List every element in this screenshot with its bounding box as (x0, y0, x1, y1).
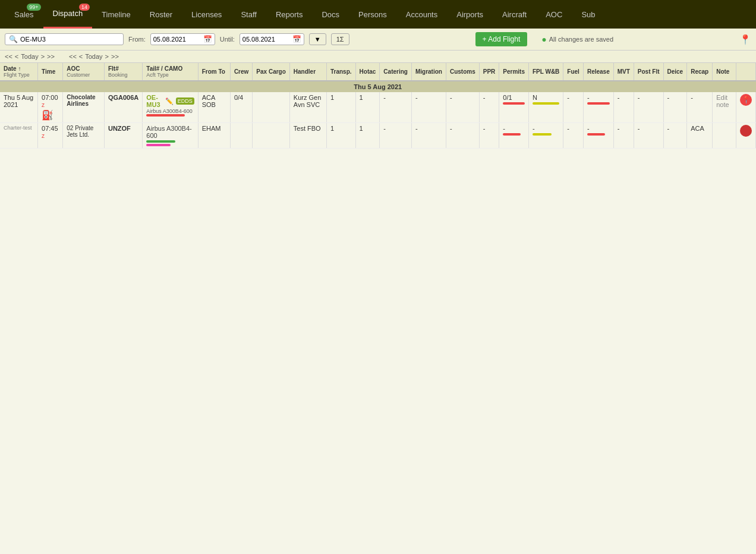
nav-persons[interactable]: Persons (349, 0, 396, 29)
nav2-next[interactable]: > (41, 53, 45, 60)
flight1-tail-text: OE-MU3 (146, 94, 162, 108)
table-row: Thu 5 Aug 2021 07:00 z ⛽ Chocolate Airli… (0, 92, 756, 123)
from-calendar-icon[interactable]: 📅 (203, 35, 212, 43)
flight2-pin-col (736, 123, 756, 149)
flight1-edit-icon[interactable]: ✏️ (165, 97, 174, 105)
flight2-flight-type: Charter-test (4, 125, 34, 131)
saved-status: ● All changes are saved (541, 34, 613, 44)
nav-dispatch[interactable]: Dispatch 14 (43, 0, 93, 29)
flight1-tail: OE-MU3 ✏️ EDDS Airbus A300B4-600 (143, 92, 198, 123)
flight2-crew (230, 123, 252, 149)
nav2r-next[interactable]: > (105, 53, 109, 60)
flight2-fuel: - (563, 123, 584, 149)
until-calendar-icon[interactable]: 📅 (292, 35, 301, 43)
flight2-tail-text: Airbus A300B4-600 (146, 125, 194, 139)
col-ppr: PPR (479, 63, 499, 81)
until-date-field[interactable] (242, 36, 290, 43)
nav2r-prev[interactable]: < (79, 53, 83, 60)
nav2-prev[interactable]: < (15, 53, 18, 60)
flight1-ppr: - (479, 92, 499, 123)
nav2-prev-prev[interactable]: << (5, 53, 12, 60)
filter-button[interactable]: ▼ (309, 33, 326, 45)
nav-aircraft[interactable]: Aircraft (493, 0, 536, 29)
nav-roster[interactable]: Roster (140, 0, 182, 29)
flight2-flt: UNZOF (104, 123, 142, 149)
col-fpl: FPL W&B (528, 63, 563, 81)
flight2-date: Charter-test (0, 123, 38, 149)
flight2-ppr: - (479, 123, 499, 149)
search-icon: 🔍 (9, 35, 18, 43)
flight1-release-bar (587, 102, 610, 105)
flight2-bar-green (146, 140, 175, 143)
flight1-mvt: - (613, 92, 634, 123)
nav-airports[interactable]: Airports (447, 0, 493, 29)
col-aoc: AOCCustomer (63, 63, 105, 81)
day-separator-row: Thu 5 Aug 2021 (0, 81, 756, 92)
col-hotac: Hotac (355, 63, 380, 81)
flight1-customs: - (446, 92, 479, 123)
flights-table: Date ↑Flight Type Time AOCCustomer Flt#B… (0, 63, 756, 149)
col-handler: Handler (289, 63, 326, 81)
flight1-edit-note-link[interactable]: Edit note (716, 94, 729, 108)
flight2-permits-bar (503, 133, 520, 136)
toolbar: 🔍 From: 📅 Until: 📅 ▼ 1Σ + Add Flight ● A… (0, 29, 756, 51)
search-input[interactable] (20, 36, 119, 43)
nav2r-prev-prev[interactable]: << (69, 53, 77, 60)
left-date-nav: << < Today > >> (5, 53, 55, 60)
flight1-date-text: Thu 5 Aug 2021 (4, 94, 34, 108)
nav-sub[interactable]: Sub (572, 0, 604, 29)
nav-timeline[interactable]: Timeline (92, 0, 140, 29)
add-flight-button[interactable]: + Add Flight (475, 32, 528, 46)
col-date[interactable]: Date ↑Flight Type (0, 63, 38, 81)
col-deice: Deice (663, 63, 687, 81)
flight1-handler: Kurz Gen Avn SVC (289, 92, 326, 123)
flight1-hotac: 1 (355, 92, 380, 123)
flight1-transp: 1 (326, 92, 355, 123)
col-postflt: Post Flt (634, 63, 663, 81)
from-date-input[interactable]: 📅 (150, 33, 215, 45)
nav-reports[interactable]: Reports (266, 0, 313, 29)
nav2-next-next[interactable]: >> (47, 53, 55, 60)
flight1-fpl-bar (533, 102, 559, 105)
flight2-pax (253, 123, 289, 149)
flight1-postflt: - (634, 92, 663, 123)
nav-docs[interactable]: Docs (312, 0, 349, 29)
nav-staff[interactable]: Staff (231, 0, 266, 29)
nav-aoc[interactable]: AOC (536, 0, 572, 29)
until-date-input[interactable]: 📅 (240, 33, 304, 45)
col-tail: Tail# / CAMOAcft Type (143, 63, 198, 81)
flight1-fuel: - (563, 92, 584, 123)
sigma-button[interactable]: 1Σ (331, 33, 349, 45)
nav2r-next-next[interactable]: >> (111, 53, 119, 60)
col-customs: Customs (446, 63, 479, 81)
nav2-today[interactable]: Today (21, 53, 38, 60)
search-box[interactable]: 🔍 (5, 33, 124, 45)
flight1-time: 07:00 z ⛽ (38, 92, 63, 123)
col-fuel: Fuel (563, 63, 584, 81)
col-time: Time (38, 63, 63, 81)
flight2-fpl: - (528, 123, 563, 149)
saved-dot-icon: ● (541, 34, 546, 44)
from-date-field[interactable] (153, 36, 201, 43)
map-pin-icon[interactable]: 📍 (739, 34, 751, 45)
nav-licenses[interactable]: Licenses (182, 0, 231, 29)
top-navigation: Sales 99+ Dispatch 14 Timeline Roster Li… (0, 0, 756, 29)
flight1-bars (146, 114, 194, 117)
flight1-pin-icon[interactable]: 📍 (740, 94, 752, 106)
flight1-acft-type: Airbus A300B4-600 (146, 108, 194, 114)
nav-sales[interactable]: Sales 99+ (5, 0, 43, 29)
nav2r-today[interactable]: Today (85, 53, 102, 60)
flight2-pin-icon[interactable] (740, 125, 752, 137)
flight2-note (713, 123, 736, 149)
nav-accounts[interactable]: Accounts (396, 0, 447, 29)
col-transp: Transp. (326, 63, 355, 81)
col-release: Release (583, 63, 613, 81)
flight2-bars (146, 139, 194, 146)
sales-badge: 99+ (27, 4, 40, 11)
dispatch-badge: 14 (79, 4, 90, 11)
flight1-deice: - (663, 92, 687, 123)
col-flt: Flt#Booking (104, 63, 142, 81)
flight1-release: - (583, 92, 613, 123)
flight2-postflt: - (634, 123, 663, 149)
flight1-fuel-icon: ⛽ (42, 109, 59, 121)
